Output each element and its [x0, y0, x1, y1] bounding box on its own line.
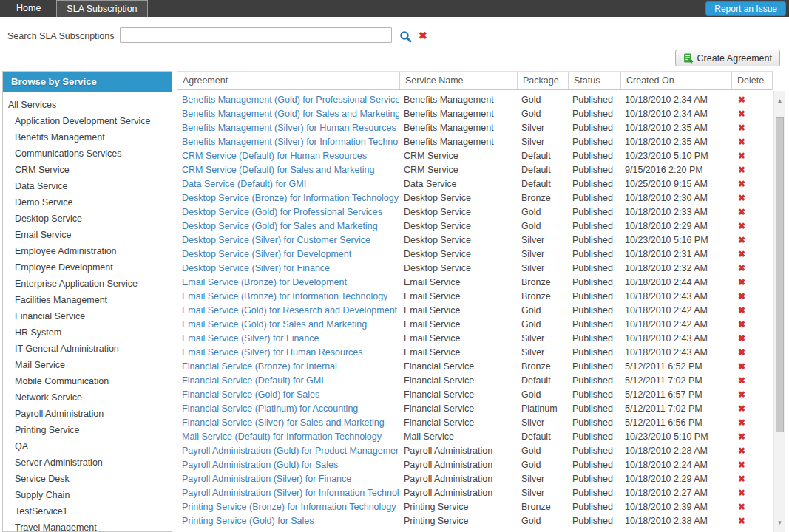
delete-icon[interactable]: ✖ [738, 277, 745, 287]
delete-icon[interactable]: ✖ [738, 123, 745, 133]
sidebar-item-testservice1[interactable]: TestService1 [3, 503, 172, 519]
agreement-link[interactable]: Desktop Service (Gold) for Sales and Mar… [177, 219, 399, 233]
scrollbar-thumb[interactable] [776, 117, 784, 432]
sidebar-item-communications-services[interactable]: Communications Services [3, 146, 172, 162]
delete-icon[interactable]: ✖ [738, 502, 745, 512]
sidebar-item-travel-management[interactable]: Travel Management [3, 519, 172, 532]
sidebar-item-desktop-service[interactable]: Desktop Service [3, 211, 172, 227]
agreement-link[interactable]: Financial Service (Default) for GMI [177, 374, 399, 388]
sidebar-item-hr-system[interactable]: HR System [3, 324, 172, 341]
scroll-down-icon[interactable]: ▼ [774, 519, 785, 527]
delete-icon[interactable]: ✖ [738, 361, 745, 372]
sidebar-item-enterprise-application-service[interactable]: Enterprise Application Service [3, 276, 172, 292]
agreement-link[interactable]: Desktop Service (Silver) for Customer Se… [177, 233, 399, 248]
sidebar-item-employee-administration[interactable]: Employee Administration [3, 243, 172, 259]
agreement-link[interactable]: Email Service (Silver) for Human Resourc… [177, 346, 399, 360]
agreement-link[interactable]: Payroll Administration (Gold) for Sales [177, 458, 399, 472]
sidebar-item-application-development-service[interactable]: Application Development Service [3, 113, 172, 129]
sidebar-item-financial-service[interactable]: Financial Service [3, 308, 172, 324]
delete-icon[interactable]: ✖ [738, 305, 745, 316]
delete-icon[interactable]: ✖ [738, 474, 745, 484]
agreement-link[interactable]: Benefits Management (Gold) for Sales and… [177, 107, 399, 121]
agreement-link[interactable]: Payroll Administration (Silver) for Info… [177, 486, 399, 500]
delete-icon[interactable]: ✖ [738, 389, 745, 400]
sidebar-item-demo-service[interactable]: Demo Service [3, 194, 172, 211]
agreement-link[interactable]: Benefits Management (Silver) for Human R… [177, 121, 399, 135]
delete-icon[interactable]: ✖ [738, 263, 745, 273]
agreement-link[interactable]: Printing Service (Gold) for Sales [177, 514, 399, 528]
delete-icon[interactable]: ✖ [738, 249, 745, 259]
delete-icon[interactable]: ✖ [738, 151, 745, 161]
tab-sla-subscription[interactable]: SLA Subscription [56, 0, 147, 17]
clear-search-icon[interactable]: ✖ [419, 30, 427, 42]
agreement-link[interactable]: Benefits Management (Gold) for Professio… [177, 93, 399, 107]
sidebar-item-server-administration[interactable]: Server Administration [3, 454, 172, 471]
agreement-link[interactable]: Mail Service (Default) for Information T… [177, 430, 399, 444]
agreement-link[interactable]: Email Service (Gold) for Research and De… [177, 304, 399, 318]
sidebar-item-printing-service[interactable]: Printing Service [3, 422, 172, 438]
agreement-link[interactable]: Email Service (Gold) for Sales and Marke… [177, 318, 399, 332]
scroll-up-icon[interactable]: ▲ [774, 98, 785, 105]
column-header-package[interactable]: Package [517, 72, 568, 89]
delete-icon[interactable]: ✖ [738, 403, 745, 414]
delete-icon[interactable]: ✖ [738, 193, 745, 203]
delete-icon[interactable]: ✖ [738, 375, 745, 386]
column-header-status[interactable]: Status [568, 72, 620, 89]
delete-icon[interactable]: ✖ [738, 291, 745, 301]
agreement-link[interactable]: Printing Service (Bronze) for Informatio… [177, 500, 399, 514]
agreement-link[interactable]: Desktop Service (Bronze) for Information… [177, 191, 399, 205]
delete-icon[interactable]: ✖ [738, 460, 745, 470]
sidebar-item-data-service[interactable]: Data Service [3, 178, 172, 194]
delete-icon[interactable]: ✖ [738, 417, 745, 428]
tab-home[interactable]: Home [7, 0, 50, 17]
sidebar-item-employee-development[interactable]: Employee Development [3, 259, 172, 276]
sidebar-item-network-service[interactable]: Network Service [3, 389, 172, 406]
column-header-service-name[interactable]: Service Name [399, 72, 517, 89]
agreement-link[interactable]: Benefits Management (Silver) for Informa… [177, 135, 399, 149]
column-header-delete[interactable]: Delete [731, 72, 773, 89]
sidebar-item-email-service[interactable]: Email Service [3, 227, 172, 243]
sidebar-item-crm-service[interactable]: CRM Service [3, 162, 172, 178]
sidebar-item-mail-service[interactable]: Mail Service [3, 357, 172, 373]
agreement-link[interactable]: Data Service (Default) for GMI [177, 177, 399, 191]
agreement-link[interactable]: Email Service (Silver) for Finance [177, 332, 399, 346]
search-icon[interactable] [399, 30, 412, 43]
sidebar-item-it-general-administration[interactable]: IT General Administration [3, 341, 172, 357]
sidebar-item-service-desk[interactable]: Service Desk [3, 471, 172, 487]
agreement-link[interactable]: Desktop Service (Silver) for Finance [177, 262, 399, 276]
sidebar-item-qa[interactable]: QA [3, 438, 172, 454]
sidebar-item-supply-chain[interactable]: Supply Chain [3, 487, 172, 503]
column-header-agreement[interactable]: Agreement [177, 72, 399, 89]
create-agreement-button[interactable]: Create Agreement [675, 50, 780, 66]
delete-icon[interactable]: ✖ [738, 347, 745, 358]
agreement-link[interactable]: CRM Service (Default) for Human Resource… [177, 149, 399, 163]
delete-icon[interactable]: ✖ [738, 179, 745, 189]
column-header-created-on[interactable]: Created On [620, 72, 731, 89]
sidebar-item-payroll-administration[interactable]: Payroll Administration [3, 406, 172, 422]
agreement-link[interactable]: Email Service (Bronze) for Development [177, 276, 399, 290]
delete-icon[interactable]: ✖ [738, 137, 745, 147]
agreement-link[interactable]: Financial Service (Bronze) for Internal [177, 360, 399, 374]
agreement-link[interactable]: Email Service (Bronze) for Information T… [177, 290, 399, 304]
sidebar-item-all-services[interactable]: All Services [3, 97, 172, 113]
agreement-link[interactable]: Financial Service (Silver) for Sales and… [177, 416, 399, 430]
search-input[interactable] [120, 27, 392, 43]
agreement-link[interactable]: CRM Service (Default) for Sales and Mark… [177, 163, 399, 177]
delete-icon[interactable]: ✖ [738, 207, 745, 217]
agreement-link[interactable]: Desktop Service (Gold) for Professional … [177, 205, 399, 219]
delete-icon[interactable]: ✖ [738, 516, 745, 526]
report-issue-button[interactable]: Report an Issue [705, 1, 786, 16]
delete-icon[interactable]: ✖ [738, 319, 745, 330]
delete-icon[interactable]: ✖ [738, 221, 745, 231]
agreement-link[interactable]: Financial Service (Gold) for Sales [177, 388, 399, 402]
agreement-link[interactable]: Financial Service (Platinum) for Account… [177, 402, 399, 416]
delete-icon[interactable]: ✖ [738, 432, 745, 442]
agreement-link[interactable]: Desktop Service (Silver) for Development [177, 248, 399, 262]
sidebar-item-mobile-communication[interactable]: Mobile Communication [3, 373, 172, 389]
sidebar-item-benefits-management[interactable]: Benefits Management [3, 129, 172, 146]
delete-icon[interactable]: ✖ [738, 333, 745, 344]
agreement-link[interactable]: Payroll Administration (Gold) for Produc… [177, 444, 399, 458]
agreement-link[interactable]: Payroll Administration (Silver) for Fina… [177, 472, 399, 486]
sidebar-item-facilities-management[interactable]: Facilities Management [3, 292, 172, 308]
delete-icon[interactable]: ✖ [738, 488, 745, 498]
